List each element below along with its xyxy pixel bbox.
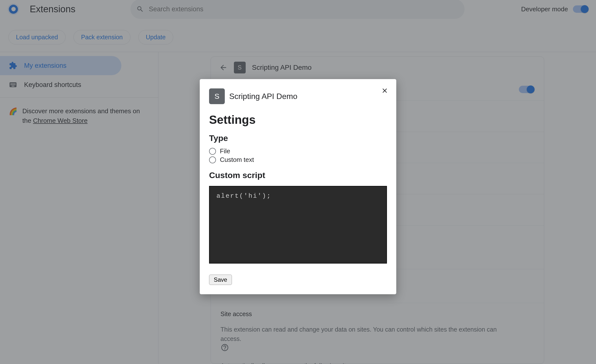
- custom-script-heading: Custom script: [209, 170, 387, 180]
- modal-extension-icon: S: [209, 88, 225, 104]
- radio-label: Custom text: [220, 156, 254, 164]
- save-button[interactable]: Save: [209, 275, 232, 285]
- radio-custom-text[interactable]: Custom text: [209, 156, 387, 164]
- type-radio-group: File Custom text: [209, 147, 387, 164]
- custom-script-textarea[interactable]: [209, 186, 387, 264]
- settings-modal: S Scripting API Demo Settings Type File …: [200, 79, 396, 294]
- modal-header: S Scripting API Demo: [209, 88, 387, 104]
- modal-title: Scripting API Demo: [229, 92, 297, 101]
- radio-file[interactable]: File: [209, 147, 387, 155]
- radio-icon: [209, 156, 216, 163]
- settings-heading: Settings: [209, 113, 387, 126]
- radio-label: File: [220, 147, 230, 155]
- type-heading: Type: [209, 133, 387, 143]
- radio-icon: [209, 148, 216, 155]
- close-button[interactable]: [381, 87, 388, 94]
- close-icon: [381, 87, 388, 94]
- modal-overlay[interactable]: S Scripting API Demo Settings Type File …: [0, 0, 596, 364]
